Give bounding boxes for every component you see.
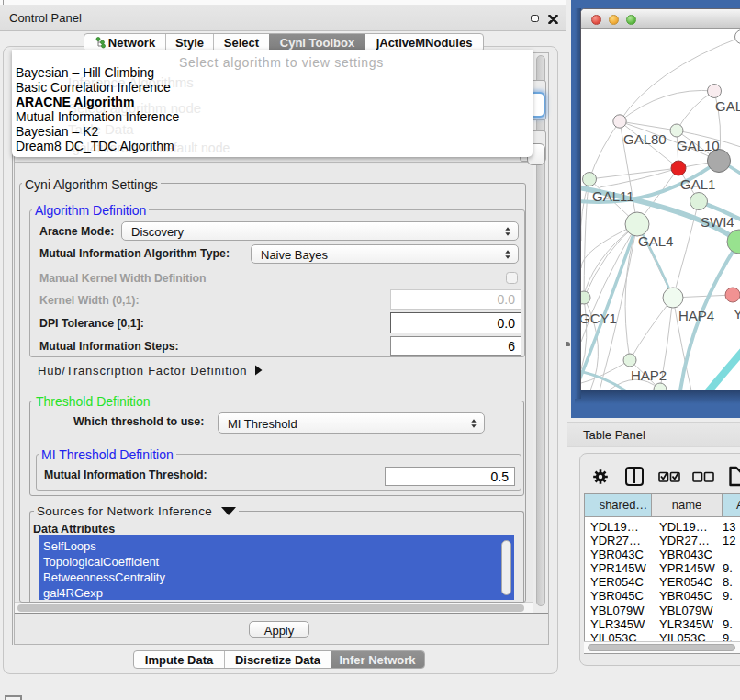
svg-text:GAL1: GAL1	[680, 176, 715, 192]
svg-text:SWI4: SWI4	[701, 214, 734, 230]
svg-text:GCY1: GCY1	[581, 310, 617, 326]
svg-text:GAL11: GAL11	[592, 188, 634, 204]
svg-text:Y: Y	[734, 306, 740, 322]
svg-text:GAL: GAL	[715, 98, 740, 114]
svg-text:HAP4: HAP4	[678, 308, 714, 323]
svg-text:GAL4: GAL4	[638, 233, 673, 249]
svg-text:HAP2: HAP2	[631, 367, 667, 383]
svg-text:GAL80: GAL80	[623, 131, 667, 147]
svg-text:GAL10: GAL10	[677, 138, 720, 153]
